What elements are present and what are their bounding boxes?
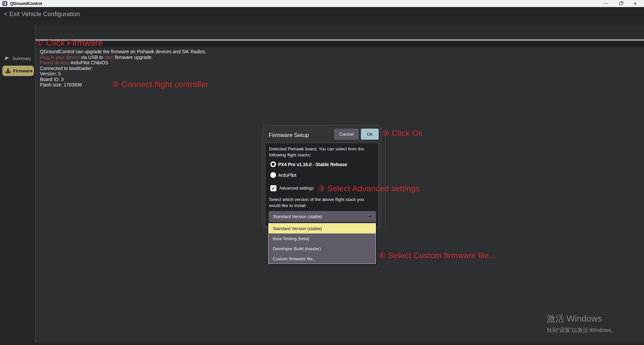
radio-unselected-icon (270, 172, 276, 178)
exit-vehicle-configuration-link[interactable]: < Exit Vehicle Configuration (4, 11, 80, 18)
radio-selected-icon (270, 161, 276, 167)
page-header-strip (36, 41, 644, 47)
dropdown-option[interactable]: Custom firmware file... (269, 254, 376, 264)
restore-button[interactable] (613, 0, 628, 7)
minimize-icon (604, 3, 608, 4)
dialog-shadow-line (385, 132, 385, 228)
restore-icon (619, 2, 622, 5)
info-line-found-device: Found device: ArduPilot ChibiOS (40, 60, 206, 66)
sidebar-item-label: Firmware (13, 68, 33, 73)
radio-label: PX4 Pro v1.16.0 - Stable Release (278, 162, 347, 167)
combobox-value: Standard Version (stable) (273, 214, 322, 219)
text-segment: start (104, 55, 113, 60)
info-line: Connected to bootloader: (40, 66, 206, 71)
annotation-step-2: ② Connect flight controller (112, 80, 208, 89)
checkbox-checked-icon: ✓ (270, 185, 276, 191)
dropdown-option[interactable]: Beta Testing (beta) (269, 233, 376, 244)
checkbox-label: Advanced settings (279, 186, 314, 191)
dialog-title: Firmware Setup (269, 132, 309, 139)
sidebar-item-label: Summary (12, 56, 31, 61)
close-button[interactable]: ✕ (628, 0, 643, 7)
title-bar: Q QGroundControl ✕ (0, 0, 644, 7)
annotation-step-3: ③ Select Advanced settings (318, 184, 420, 193)
text-segment: Plug in your device (40, 55, 79, 60)
radio-ardupilot[interactable]: ArduPilot (270, 172, 296, 178)
dropdown-option[interactable]: Developer Build (master) (269, 244, 376, 254)
qgc-logo-icon: Q (2, 1, 7, 6)
cancel-button[interactable]: Cancel (334, 129, 359, 140)
info-line: Version: 5 (40, 71, 206, 77)
dropdown-option[interactable]: Standard Version (stable) (269, 223, 376, 233)
radio-px4-stable[interactable]: PX4 Pro v1.16.0 - Stable Release (270, 161, 347, 167)
text-segment: via USB to (79, 55, 104, 60)
firmware-setup-dialog: Firmware Setup Cancel Ok Detected Pixhaw… (262, 125, 381, 228)
info-line: QGroundControl can upgrade the firmware … (40, 49, 206, 55)
text-segment: Found device (40, 60, 68, 65)
dialog-intro-text: Detected Pixhawk board. You can select f… (269, 146, 372, 158)
radio-label: ArduPilot (278, 172, 296, 178)
window-controls: ✕ (598, 0, 643, 7)
annotation-step-5: ⑤ Click Ok (382, 129, 423, 138)
firmware-chip-icon (5, 68, 11, 74)
window-title: QGroundControl (10, 1, 42, 6)
annotation-step-1: ① Click Firmware (36, 38, 103, 48)
minimize-button[interactable] (598, 0, 613, 7)
chevron-down-icon (368, 216, 372, 218)
text-segment: : ArduPilot ChibiOS (68, 60, 108, 65)
page-top-band (36, 25, 644, 39)
vehicle-setup-sidebar: Summary Firmware (0, 25, 35, 343)
close-icon: ✕ (634, 2, 637, 6)
info-line-plug-device: Plug in your device via USB to start fir… (40, 55, 206, 60)
paper-plane-icon (4, 55, 10, 61)
top-toolbar: < Exit Vehicle Configuration (0, 7, 644, 25)
ok-button[interactable]: Ok (361, 129, 379, 140)
sidebar-item-firmware[interactable]: Firmware (2, 66, 34, 76)
annotation-step-4: ④ Select Custom firmware file... (378, 251, 496, 260)
sidebar-item-summary[interactable]: Summary (0, 54, 35, 63)
version-dropdown-list: Standard Version (stable)Beta Testing (b… (268, 223, 376, 264)
watermark-line2: 转到“设置”以激活 Windows。 (547, 327, 616, 334)
advanced-settings-checkbox-row[interactable]: ✓ Advanced settings (270, 185, 314, 191)
version-combobox[interactable]: Standard Version (stable) (269, 211, 376, 222)
windows-activation-watermark: 激活 Windows 转到“设置”以激活 Windows。 (547, 313, 616, 334)
version-prompt-text: Select which version of the above flight… (269, 197, 374, 208)
text-segment: firmware upgrade. (113, 55, 153, 60)
watermark-line1: 激活 Windows (547, 313, 616, 325)
